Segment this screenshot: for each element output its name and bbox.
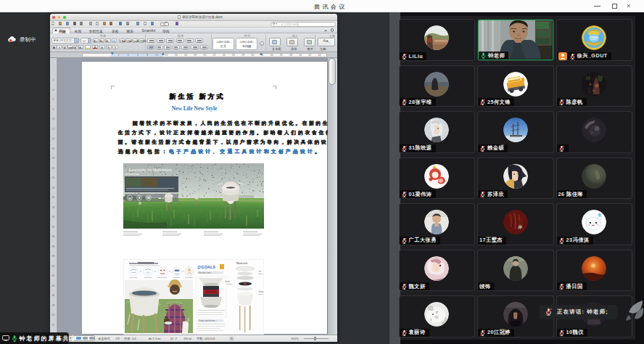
- svg-text:body: body: [259, 290, 264, 293]
- svg-text:Locusts to Nutrition: Locusts to Nutrition: [129, 167, 172, 172]
- svg-text:@GOALS: @GOALS: [197, 265, 215, 269]
- svg-text:Materials: Materials: [236, 262, 248, 265]
- svg-text:岸: 岸: [517, 225, 522, 229]
- svg-text:From: From: [125, 168, 133, 172]
- svg-text:z: z: [429, 317, 432, 322]
- svg-text:z: z: [435, 310, 438, 314]
- svg-text:Machine view +: Machine view +: [199, 271, 212, 274]
- svg-text:上: 上: [517, 216, 521, 220]
- svg-text:lid: lid: [259, 270, 261, 273]
- svg-text:Usage specification +: Usage specification +: [199, 319, 217, 322]
- svg-text:motor: motor: [225, 280, 230, 283]
